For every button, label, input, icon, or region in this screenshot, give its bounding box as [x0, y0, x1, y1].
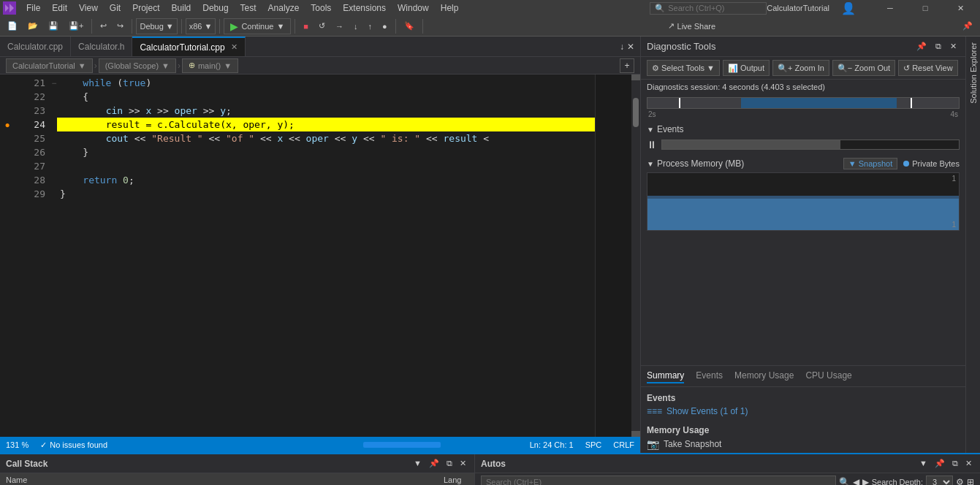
- autos-search-input[interactable]: [481, 476, 836, 485]
- menu-tools[interactable]: Tools: [305, 1, 337, 15]
- menu-analyze[interactable]: Analyze: [262, 1, 305, 15]
- toolbar-separator-5: [295, 19, 295, 34]
- zoom-out-button[interactable]: 🔍− Zoom Out: [832, 60, 895, 76]
- output-button[interactable]: 📊 Output: [723, 60, 770, 76]
- minimize-button[interactable]: ─: [873, 0, 907, 16]
- breakpoint-button[interactable]: ●: [378, 20, 392, 32]
- take-snapshot-label: Take Snapshot: [664, 439, 721, 449]
- autos-settings-icon[interactable]: ⚙: [956, 477, 964, 485]
- arch-dropdown[interactable]: x86 ▼: [186, 18, 216, 34]
- autos-nav-back-icon[interactable]: ◀: [853, 477, 859, 485]
- window-controls: ─ □ ✕: [873, 0, 977, 16]
- select-tools-label: Select Tools: [661, 64, 704, 72]
- step-over-button[interactable]: →: [331, 20, 348, 32]
- tab-calculatortutorial-cpp[interactable]: CalculatorTutorial.cpp ✕: [132, 37, 245, 56]
- take-snapshot-button[interactable]: 📷 Take Snapshot: [647, 438, 960, 450]
- autos-dropdown-icon[interactable]: ▼: [917, 457, 930, 470]
- memory-title: ▼ Process Memory (MB): [647, 159, 744, 169]
- autos-search-icon[interactable]: 🔍: [839, 477, 850, 485]
- undo-button[interactable]: ↩: [96, 20, 111, 32]
- code-lines[interactable]: while (true) { cin >> x >> oper >> y; re…: [57, 75, 595, 437]
- editor-horizontal-scrollbar[interactable]: [324, 442, 518, 448]
- editor-vertical-scrollbar[interactable]: [631, 75, 640, 437]
- diag-tab-events[interactable]: Events: [696, 369, 723, 383]
- reset-view-button[interactable]: ↺ Reset View: [898, 60, 957, 76]
- close-button[interactable]: ✕: [943, 0, 977, 16]
- reset-view-label: Reset View: [912, 64, 952, 72]
- menu-project[interactable]: Project: [126, 1, 165, 15]
- events-timeline[interactable]: [661, 140, 960, 150]
- memory-header: ▼ Process Memory (MB) ▼ Snapshot Private…: [647, 158, 960, 169]
- live-share-button[interactable]: ↗ Live Share: [662, 20, 722, 32]
- redo-button[interactable]: ↪: [113, 20, 128, 32]
- autos-float-button[interactable]: ⧉: [950, 457, 960, 470]
- call-stack-dropdown-icon[interactable]: ▼: [411, 457, 424, 470]
- search-depth-select[interactable]: 3: [926, 476, 953, 485]
- tab-close-icon[interactable]: ✕: [231, 42, 238, 52]
- open-folder-button[interactable]: 📂: [23, 20, 42, 32]
- search-input[interactable]: [668, 4, 756, 12]
- function-dropdown[interactable]: ⊕ main() ▼: [182, 58, 238, 73]
- call-stack-close-button[interactable]: ✕: [457, 457, 468, 470]
- events-collapse-icon[interactable]: ▼: [647, 126, 654, 134]
- continue-button[interactable]: ▶ Continue ▼: [224, 18, 291, 34]
- save-button[interactable]: 💾: [44, 20, 63, 32]
- menu-git[interactable]: Git: [104, 1, 126, 15]
- menu-extensions[interactable]: Extensions: [337, 1, 392, 15]
- line-num-27: 27: [15, 159, 51, 173]
- save-all-button[interactable]: 💾+: [64, 20, 88, 32]
- snapshot-button[interactable]: ▼ Snapshot: [843, 158, 897, 169]
- add-path-button[interactable]: +: [620, 58, 634, 73]
- project-label: CalculatorTutorial: [12, 61, 75, 70]
- step-out-button[interactable]: ↑: [363, 20, 376, 32]
- memory-controls: ▼ Snapshot Private Bytes: [843, 158, 960, 169]
- diag-tab-cpu-usage[interactable]: CPU Usage: [805, 369, 851, 383]
- pause-button[interactable]: ⏸: [647, 139, 657, 150]
- autos-pin-button[interactable]: 📌: [932, 457, 947, 470]
- line-num-26: 26: [15, 145, 51, 159]
- restart-button[interactable]: ↺: [314, 20, 330, 32]
- menu-file[interactable]: File: [20, 1, 46, 15]
- step-into-button[interactable]: ↓: [349, 20, 362, 32]
- debug-mode-dropdown[interactable]: Debug ▼: [136, 18, 177, 34]
- stop-button[interactable]: ■: [299, 20, 313, 32]
- menu-debug[interactable]: Debug: [197, 1, 234, 15]
- new-tab-icon[interactable]: ↓: [620, 42, 624, 52]
- diag-close-button[interactable]: ✕: [947, 40, 960, 53]
- diag-pin-button[interactable]: 📌: [913, 40, 930, 53]
- diag-tab-summary[interactable]: Summary: [647, 369, 684, 383]
- menu-window[interactable]: Window: [392, 1, 435, 15]
- bookmark-button[interactable]: 🔖: [400, 20, 419, 32]
- scope-dropdown[interactable]: (Global Scope) ▼: [99, 58, 176, 73]
- diagnostic-toolbar: ⚙ Select Tools ▼ 📊 Output 🔍+ Zoom In 🔍− …: [641, 57, 965, 80]
- pin-button[interactable]: 📌: [958, 20, 977, 32]
- autos-close-button[interactable]: ✕: [963, 457, 974, 470]
- select-tools-button[interactable]: ⚙ Select Tools ▼: [647, 60, 720, 76]
- tab-calculator-cpp[interactable]: Calculator.cpp: [0, 37, 71, 56]
- menu-test[interactable]: Test: [235, 1, 262, 15]
- menu-help[interactable]: Help: [435, 1, 465, 15]
- menu-edit[interactable]: Edit: [46, 1, 73, 15]
- solution-explorer-label[interactable]: Solution Explorer: [966, 37, 981, 110]
- memory-collapse-icon[interactable]: ▼: [647, 160, 654, 168]
- memory-chart[interactable]: 1 1: [647, 172, 960, 231]
- zoom-in-button[interactable]: 🔍+ Zoom In: [772, 60, 829, 76]
- maximize-button[interactable]: □: [908, 0, 942, 16]
- new-file-button[interactable]: 📄: [3, 20, 22, 32]
- project-dropdown[interactable]: CalculatorTutorial ▼: [6, 58, 93, 73]
- timeline-bar[interactable]: [647, 97, 960, 109]
- autos-expand-icon[interactable]: ⊞: [967, 477, 974, 485]
- toolbar-separator-7: [422, 19, 423, 34]
- memory-usage-section-label: Memory Usage: [647, 422, 960, 438]
- call-stack-float-button[interactable]: ⧉: [444, 457, 455, 470]
- zoom-level[interactable]: 131 %: [6, 440, 29, 449]
- menu-build[interactable]: Build: [166, 1, 197, 15]
- diag-tab-memory-usage[interactable]: Memory Usage: [734, 369, 794, 383]
- close-panel-icon[interactable]: ✕: [627, 42, 634, 52]
- menu-view[interactable]: View: [73, 1, 104, 15]
- show-events-button[interactable]: ≡≡≡ Show Events (1 of 1): [647, 406, 960, 416]
- diag-float-button[interactable]: ⧉: [932, 40, 944, 53]
- tab-calculator-h[interactable]: Calculator.h: [71, 37, 132, 56]
- call-stack-pin-button[interactable]: 📌: [427, 457, 441, 470]
- autos-nav-forward-icon[interactable]: ▶: [862, 477, 869, 485]
